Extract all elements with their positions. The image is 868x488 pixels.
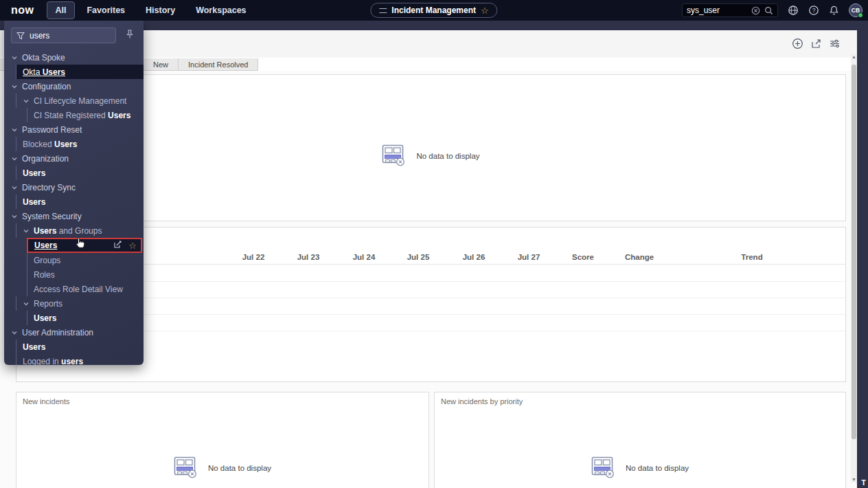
no-data-icon	[591, 456, 615, 480]
all-menu-flyout: Okta SpokeOkta UsersConfigurationCI Life…	[4, 21, 144, 365]
help-icon[interactable]: ?	[808, 5, 819, 16]
menu-item-label: Users	[23, 342, 45, 352]
scrollbar-thumb[interactable]	[852, 65, 856, 439]
filter-funnel-icon	[16, 32, 25, 40]
panel-title: New incidents by priority	[441, 397, 523, 406]
tab-new[interactable]: New	[144, 58, 179, 71]
menu-item-label: Groups	[34, 256, 60, 265]
pin-icon[interactable]	[122, 30, 138, 42]
menu-tree: Okta SpokeOkta UsersConfigurationCI Life…	[4, 49, 144, 365]
clear-search-icon[interactable]	[751, 6, 760, 15]
no-data-label: No data to display	[416, 152, 479, 160]
column-header-score: Score	[572, 253, 594, 261]
menu-groups[interactable]: Groups	[27, 253, 144, 267]
menu-organization[interactable]: Organization	[4, 151, 144, 166]
no-data-label: No data to display	[208, 464, 271, 472]
scroll-up-arrow[interactable]: ▲	[851, 54, 857, 59]
svg-text:?: ?	[812, 7, 816, 14]
menu-users[interactable]: Users	[16, 195, 144, 209]
menu-okta-spoke[interactable]: Okta Spoke	[4, 50, 144, 65]
column-header-jul-25: Jul 25	[407, 253, 430, 261]
menu-reports[interactable]: Reports	[16, 296, 144, 311]
chevron-down-icon	[11, 184, 18, 191]
cutoff-text: T	[861, 478, 866, 487]
chevron-down-icon	[23, 228, 30, 234]
menu-item-label: Configuration	[22, 82, 71, 91]
menu-item-label: Reports	[34, 299, 62, 309]
context-pill-label: Incident Management	[391, 5, 476, 15]
search-icon[interactable]	[764, 6, 773, 15]
global-search[interactable]	[682, 3, 778, 17]
menu-filter-input[interactable]	[30, 31, 98, 41]
filter-sliders-icon[interactable]	[829, 38, 841, 49]
menu-directory-sync[interactable]: Directory Sync	[4, 180, 144, 195]
menu-configuration[interactable]: Configuration	[4, 79, 144, 93]
column-header-jul-27: Jul 27	[518, 253, 540, 261]
notifications-icon[interactable]	[829, 5, 839, 16]
new-incidents-by-priority-panel: New incidents by priority No data to dis…	[434, 392, 846, 488]
nav-history[interactable]: History	[137, 1, 184, 19]
menu-item-label: Okta Users	[23, 67, 65, 77]
menu-users[interactable]: Users	[16, 166, 144, 180]
menu-roles[interactable]: Roles	[27, 267, 144, 282]
column-header-jul-23: Jul 23	[297, 253, 320, 261]
menu-system-security[interactable]: System Security	[4, 209, 144, 223]
menu-item-label: Okta Spoke	[22, 53, 65, 63]
no-data-block: No data to display	[435, 456, 845, 480]
menu-filter-box[interactable]	[11, 27, 116, 43]
servicenow-logo[interactable]: now	[11, 4, 34, 16]
dashboard-toolbar-icons	[792, 38, 841, 49]
no-data-icon	[382, 144, 405, 168]
avatar[interactable]: CB	[849, 3, 863, 17]
menu-user-administration[interactable]: User Administration	[4, 325, 144, 340]
row-action-icons: ☆	[113, 240, 137, 251]
scroll-down-arrow[interactable]: ▼	[851, 477, 857, 482]
nav-all[interactable]: All	[47, 1, 76, 19]
menu-filter-row	[4, 21, 144, 49]
menu-item-label: Users	[23, 168, 45, 178]
top-header-bar: now AllFavoritesHistoryWorkspaces Incide…	[0, 0, 868, 21]
menu-users[interactable]: Users	[27, 311, 144, 325]
menu-users[interactable]: Users☆	[27, 238, 142, 253]
column-header-trend: Trend	[741, 253, 762, 261]
menu-users-and-groups[interactable]: Users and Groups	[16, 223, 144, 238]
chevron-down-icon	[11, 213, 18, 220]
favorite-star-icon[interactable]: ☆	[128, 241, 137, 251]
chevron-down-icon	[23, 98, 30, 104]
nav-favorites[interactable]: Favorites	[78, 1, 134, 19]
menu-password-reset[interactable]: Password Reset	[4, 122, 144, 137]
menu-item-label: Password Reset	[22, 125, 82, 135]
menu-users[interactable]: Users	[16, 340, 144, 354]
edit-icon[interactable]	[113, 240, 122, 251]
menu-item-label: System Security	[22, 212, 82, 221]
chevron-down-icon	[11, 329, 18, 336]
search-input[interactable]	[687, 5, 747, 15]
menu-logged-in-users[interactable]: Logged in users	[16, 354, 144, 365]
menu-ci-state-registered-users[interactable]: CI State Registered Users	[27, 108, 144, 122]
menu-item-label: Users and Groups	[34, 226, 102, 236]
chevron-down-icon	[11, 126, 18, 133]
vertical-scrollbar[interactable]: ▲ ▼	[851, 54, 857, 483]
chevron-down-icon	[11, 83, 18, 90]
context-menu-pill[interactable]: Incident Management ☆	[370, 3, 497, 18]
add-widget-icon[interactable]	[792, 38, 803, 49]
menu-blocked-users[interactable]: Blocked Users	[16, 137, 144, 151]
tab-incident-resolved[interactable]: Incident Resolved	[179, 58, 258, 71]
share-export-icon[interactable]	[810, 38, 822, 49]
menu-item-label: Directory Sync	[22, 183, 76, 192]
no-data-block: No data to display	[16, 456, 429, 480]
menu-okta-users[interactable]: Okta Users	[16, 65, 144, 79]
menu-item-label: Logged in users	[23, 357, 83, 366]
column-header-jul-24: Jul 24	[353, 253, 376, 261]
menu-ci-lifecycle-management[interactable]: CI Lifecycle Management	[16, 93, 144, 108]
menu-item-label: Roles	[34, 270, 55, 280]
nav-workspaces[interactable]: Workspaces	[187, 1, 255, 19]
menu-item-label: Blocked Users	[23, 140, 77, 149]
column-header-jul-26: Jul 26	[463, 253, 486, 261]
header-right-cluster: ? CB	[682, 0, 863, 21]
favorite-star-icon[interactable]: ☆	[481, 5, 489, 16]
no-data-label: No data to display	[626, 464, 689, 472]
globe-icon[interactable]	[788, 5, 799, 16]
menu-access-role-detail-view[interactable]: Access Role Detail View	[27, 282, 144, 296]
menu-item-label: CI State Registered Users	[34, 111, 130, 120]
